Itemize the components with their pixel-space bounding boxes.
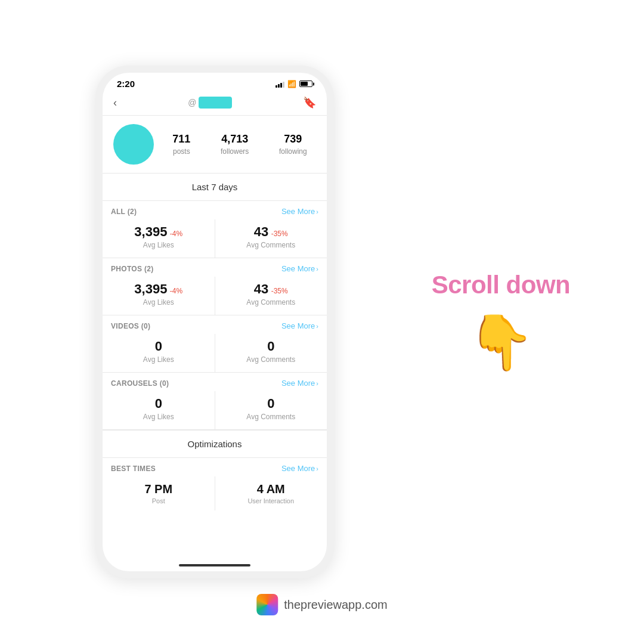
all-likes-change: -4%	[170, 230, 182, 238]
followers-count: 4,713	[221, 133, 249, 145]
all-likes-label: Avg Likes	[109, 241, 209, 249]
branding: thepreviewapp.com	[256, 594, 387, 615]
videos-see-more[interactable]: See More ›	[281, 321, 318, 330]
all-section-header: ALL (2) See More ›	[103, 201, 327, 219]
posts-count: 711	[172, 133, 190, 145]
videos-comments-value: 0	[267, 339, 274, 354]
following-count: 739	[279, 133, 307, 145]
photos-comments-value: 43	[254, 281, 268, 296]
period-header: Last 7 days	[103, 174, 327, 201]
all-comments-change: -35%	[271, 230, 288, 238]
username-display: @	[188, 97, 232, 109]
carousels-section-header: CAROUSELS (0) See More ›	[103, 373, 327, 391]
phone-screen: 2:20 📶 ‹ @	[103, 73, 327, 571]
photos-likes-value: 3,395	[134, 281, 167, 296]
post-time-value: 7 PM	[109, 482, 209, 496]
videos-avg-comments: 0 Avg Comments	[215, 334, 327, 372]
videos-section-title: VIDEOS (0)	[111, 322, 150, 330]
optimizations-header: Optimizations	[103, 431, 327, 458]
phone-mockup: 2:20 📶 ‹ @	[95, 66, 334, 578]
all-stats-row: 3,395 -4% Avg Likes 43 -35% Avg Comments	[103, 219, 327, 258]
all-avg-likes: 3,395 -4% Avg Likes	[103, 219, 215, 258]
photos-section-header: PHOTOS (2) See More ›	[103, 258, 327, 277]
carousels-comments-value: 0	[267, 396, 274, 411]
interaction-time-cell: 4 AM User Interaction	[215, 476, 327, 510]
signal-icon	[275, 80, 284, 88]
carousels-likes-value: 0	[155, 396, 162, 411]
best-times-title: BEST TIMES	[111, 465, 156, 473]
videos-comments-label: Avg Comments	[221, 355, 321, 364]
chevron-icon: ›	[316, 465, 318, 472]
videos-likes-label: Avg Likes	[109, 355, 209, 364]
photos-stats-row: 3,395 -4% Avg Likes 43 -35% Avg Comments	[103, 277, 327, 315]
all-section: ALL (2) See More › 3,395 -4% Avg Li	[103, 201, 327, 258]
scroll-down-text: Scroll down	[432, 271, 571, 299]
carousels-section-title: CAROUSELS (0)	[111, 379, 169, 388]
profile-stats: 711 posts 4,713 followers 739 following	[163, 133, 316, 156]
carousels-section: CAROUSELS (0) See More › 0 Avg Likes	[103, 373, 327, 430]
all-comments-label: Avg Comments	[221, 241, 321, 249]
chevron-icon: ›	[316, 208, 318, 215]
photos-section: PHOTOS (2) See More › 3,395 -4% Avg	[103, 258, 327, 315]
photos-avg-comments: 43 -35% Avg Comments	[215, 277, 327, 315]
photos-see-more[interactable]: See More ›	[281, 264, 318, 273]
status-bar: 2:20 📶	[103, 73, 327, 92]
following-stat: 739 following	[279, 133, 307, 156]
wifi-icon: 📶	[287, 80, 296, 88]
photos-likes-change: -4%	[170, 287, 182, 295]
at-symbol: @	[188, 98, 196, 107]
battery-icon	[299, 80, 312, 87]
chevron-icon: ›	[316, 323, 318, 330]
interaction-time-label: User Interaction	[221, 497, 321, 504]
status-icons: 📶	[275, 80, 312, 88]
all-see-more[interactable]: See More ›	[281, 207, 318, 216]
posts-label: posts	[173, 147, 190, 156]
carousels-avg-comments: 0 Avg Comments	[215, 391, 327, 429]
following-label: following	[279, 147, 307, 156]
scroll-content[interactable]: Last 7 days ALL (2) See More ›	[103, 174, 327, 559]
bookmark-icon[interactable]: 🔖	[303, 96, 316, 109]
post-time-cell: 7 PM Post	[103, 476, 215, 510]
photos-avg-likes: 3,395 -4% Avg Likes	[103, 277, 215, 315]
videos-stats-row: 0 Avg Likes 0 Avg Comments	[103, 334, 327, 372]
best-times-row: 7 PM Post 4 AM User Interaction	[103, 476, 327, 510]
followers-stat: 4,713 followers	[221, 133, 249, 156]
status-time: 2:20	[117, 79, 135, 89]
back-button[interactable]: ‹	[113, 97, 117, 109]
videos-section-header: VIDEOS (0) See More ›	[103, 315, 327, 334]
optimizations-section: Optimizations BEST TIMES See More › 7 PM…	[103, 430, 327, 510]
all-comments-value: 43	[254, 224, 268, 239]
right-side: Scroll down 👇	[334, 271, 644, 374]
posts-stat: 711 posts	[172, 133, 190, 156]
photos-section-title: PHOTOS (2)	[111, 265, 153, 273]
photos-likes-label: Avg Likes	[109, 298, 209, 306]
chevron-icon: ›	[316, 380, 318, 387]
carousels-stats-row: 0 Avg Likes 0 Avg Comments	[103, 391, 327, 429]
carousels-see-more[interactable]: See More ›	[281, 379, 318, 388]
carousels-avg-likes: 0 Avg Likes	[103, 391, 215, 429]
profile-section: 711 posts 4,713 followers 739 following	[103, 116, 327, 174]
videos-likes-value: 0	[155, 339, 162, 354]
videos-avg-likes: 0 Avg Likes	[103, 334, 215, 372]
interaction-time-value: 4 AM	[221, 482, 321, 496]
username-highlight	[199, 97, 231, 109]
brand-url: thepreviewapp.com	[284, 598, 387, 612]
brand-logo	[256, 594, 278, 615]
home-bar	[179, 564, 250, 566]
all-likes-value: 3,395	[134, 224, 167, 239]
home-indicator	[103, 559, 327, 571]
page-container: 2:20 📶 ‹ @	[0, 0, 644, 644]
avatar	[113, 124, 154, 165]
videos-section: VIDEOS (0) See More › 0 Avg Likes	[103, 315, 327, 373]
pointing-hand-icon: 👇	[467, 311, 534, 374]
best-times-see-more[interactable]: See More ›	[281, 464, 318, 473]
carousels-comments-label: Avg Comments	[221, 413, 321, 421]
all-avg-comments: 43 -35% Avg Comments	[215, 219, 327, 258]
all-section-title: ALL (2)	[111, 208, 137, 216]
followers-label: followers	[221, 147, 249, 156]
photos-comments-label: Avg Comments	[221, 298, 321, 306]
app-header: ‹ @ 🔖	[103, 92, 327, 116]
post-time-label: Post	[109, 497, 209, 504]
carousels-likes-label: Avg Likes	[109, 413, 209, 421]
chevron-icon: ›	[316, 265, 318, 273]
